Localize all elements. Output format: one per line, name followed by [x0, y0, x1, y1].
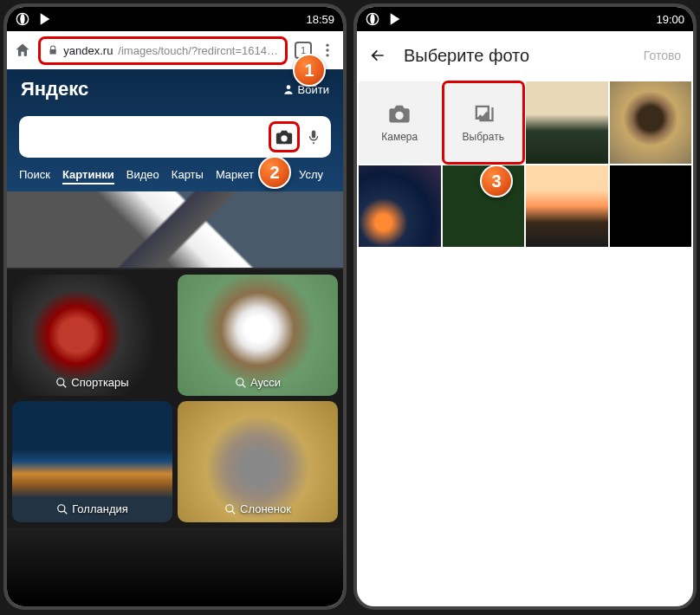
choose-file-tile[interactable]: Выбрать — [443, 81, 525, 164]
phone-left: 18:59 yandex.ru/images/touch/?redircnt=1… — [3, 3, 347, 610]
photo-thumbnail[interactable] — [610, 81, 692, 164]
callout-3: 3 — [480, 165, 513, 197]
play-store-icon — [38, 12, 52, 26]
search-by-image-button[interactable] — [269, 121, 300, 152]
search-icon — [224, 503, 237, 515]
status-time: 18:59 — [306, 13, 334, 26]
play-store-icon — [388, 12, 402, 26]
url-bar[interactable]: yandex.ru/images/touch/?redircnt=1614… — [38, 36, 288, 65]
trending-card[interactable]: Спорткары — [12, 275, 172, 396]
photo-grid: Камера Выбрать — [357, 80, 693, 249]
status-bar: 19:00 — [357, 7, 693, 31]
camera-icon — [387, 101, 412, 126]
callout-1: 1 — [293, 54, 326, 87]
photo-thumbnail[interactable] — [526, 81, 608, 164]
svg-point-8 — [58, 504, 65, 511]
tab-maps[interactable]: Карты — [172, 168, 204, 184]
opera-icon — [16, 12, 29, 26]
svg-point-9 — [226, 504, 233, 511]
background-image — [7, 191, 343, 269]
gallery-icon — [471, 101, 496, 126]
voice-search-button[interactable] — [303, 129, 324, 145]
browser-toolbar: yandex.ru/images/touch/?redircnt=1614… 1 — [7, 31, 343, 69]
trending-card[interactable]: Голландия — [12, 401, 172, 522]
svg-point-5 — [286, 85, 290, 89]
picker-toolbar: Выберите фото Готово — [357, 31, 693, 80]
search-icon — [56, 503, 68, 515]
microphone-icon — [306, 129, 321, 145]
back-arrow-icon[interactable] — [369, 47, 386, 64]
status-bar: 18:59 — [7, 7, 343, 31]
tab-services[interactable]: Услу — [299, 168, 323, 184]
svg-point-1 — [20, 14, 24, 24]
trending-grid: Спорткары Аусси Голландия Слоненок — [7, 269, 343, 528]
callout-2: 2 — [258, 156, 291, 189]
opera-icon — [366, 12, 379, 26]
svg-point-4 — [326, 54, 328, 56]
trending-card[interactable]: Слоненок — [178, 401, 338, 522]
svg-point-3 — [326, 49, 328, 51]
camera-icon — [275, 127, 294, 146]
url-path: /images/touch/?redircnt=1614… — [118, 44, 278, 57]
yandex-page: Яндекс Войти 2 Поиск Картинки Видео К — [7, 69, 343, 606]
yandex-logo[interactable]: Яндекс — [21, 78, 88, 100]
svg-point-11 — [370, 14, 374, 24]
trending-card[interactable]: Аусси — [178, 275, 338, 396]
home-icon[interactable] — [14, 42, 31, 59]
svg-point-6 — [57, 378, 64, 385]
svg-point-2 — [326, 44, 328, 47]
tab-video[interactable]: Видео — [126, 168, 159, 184]
user-icon — [282, 83, 295, 95]
tab-search[interactable]: Поиск — [19, 168, 50, 184]
search-icon — [55, 377, 68, 389]
svg-point-7 — [237, 378, 243, 385]
done-button[interactable]: Готово — [644, 49, 681, 62]
url-host: yandex.ru — [63, 44, 113, 57]
tab-images[interactable]: Картинки — [62, 168, 114, 184]
category-tabs: Поиск Картинки Видео Карты Маркет Кью Ус… — [7, 161, 343, 191]
menu-kebab-icon[interactable] — [319, 42, 336, 59]
photo-thumbnail[interactable] — [359, 165, 441, 248]
search-icon — [235, 377, 247, 389]
photo-thumbnail[interactable] — [526, 165, 608, 248]
tab-market[interactable]: Маркет — [216, 168, 254, 184]
phone-right: 19:00 Выберите фото Готово Камера Выбрат… — [353, 3, 697, 610]
status-time: 19:00 — [656, 13, 684, 26]
photo-thumbnail[interactable] — [610, 165, 692, 248]
search-box[interactable] — [19, 116, 331, 158]
picker-title: Выберите фото — [404, 46, 626, 66]
camera-tile[interactable]: Камера — [359, 81, 441, 164]
lock-icon — [48, 44, 58, 56]
